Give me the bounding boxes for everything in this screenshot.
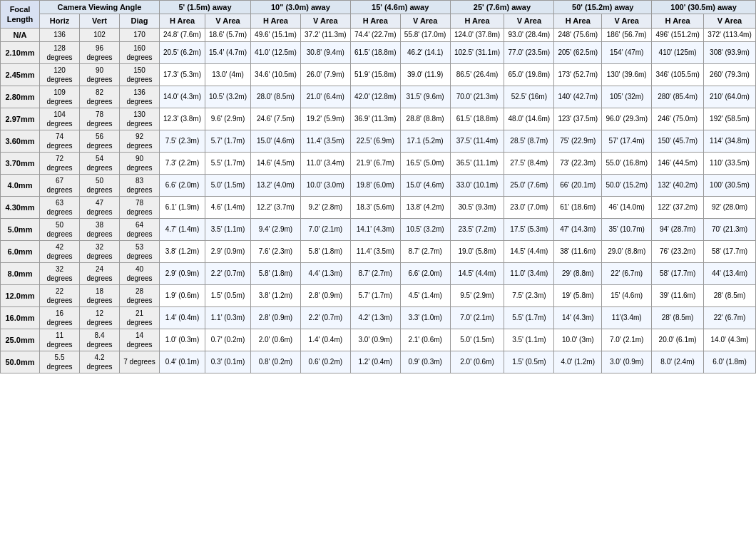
d100v-cell: 210' (64.0m): [704, 86, 756, 108]
d50h-cell: 248' (75.6m): [554, 28, 602, 41]
d25v-cell: 52.5' (16m): [504, 86, 554, 108]
focal-length-header: Focal Length: [1, 1, 40, 29]
d10v-cell: 7.0' (2.1m): [300, 218, 350, 240]
d15h-cell: 11.4' (3.5m): [350, 240, 400, 262]
d5h-cell: 0.4' (0.1m): [160, 351, 205, 373]
d15h-cell: 14.1' (4.3m): [350, 218, 400, 240]
horiz-cell: 32 degrees: [40, 262, 80, 284]
d10v-cell: 26.0' (7.9m): [300, 63, 350, 86]
d50h-cell: 38' (11.6m): [554, 240, 602, 262]
d5v-cell: 5.5' (1.7m): [205, 152, 250, 174]
d15h-cell: 61.5' (18.8m): [350, 41, 400, 63]
d15h-cell: 18.3' (5.6m): [350, 196, 400, 218]
d100h-cell: 94' (28.7m): [652, 218, 704, 240]
table-row: 6.0mm 42 degrees 32 degrees 53 degrees 3…: [1, 240, 756, 262]
d15h-cell: 21.9' (6.7m): [350, 152, 400, 174]
d15h-cell: 74.4' (22.7m): [350, 28, 400, 41]
d25h-cell: 33.0' (10.1m): [450, 174, 504, 196]
d15v-cell: 10.5' (3.2m): [400, 218, 450, 240]
horiz-cell: 120 degrees: [40, 63, 80, 86]
d10v-cell: 30.8' (9.4m): [300, 41, 350, 63]
d25v-cell: 7.5' (2.3m): [504, 284, 554, 306]
d100h-cell: 122' (37.2m): [652, 196, 704, 218]
d10v-cell: 11.4' (3.5m): [300, 130, 350, 152]
d25h-subheader: H Area: [450, 14, 504, 28]
d10v-cell: 37.2' (11.3m): [300, 28, 350, 41]
table-row: 50.0mm 5.5 degrees 4.2 degrees 7 degrees…: [1, 351, 756, 373]
vert-cell: 18 degrees: [80, 284, 120, 306]
d15v-cell: 17.1 (5.2m): [400, 130, 450, 152]
diag-cell: 40 degrees: [120, 262, 160, 284]
table-row: 2.80mm 109 degrees 82 degrees 136 degree…: [1, 86, 756, 108]
d100v-cell: 110' (33.5m): [704, 152, 756, 174]
vert-cell: 56 degrees: [80, 130, 120, 152]
d25h-cell: 86.5' (26.4m): [450, 63, 504, 86]
d50h-cell: 75' (22.9m): [554, 130, 602, 152]
d25v-cell: 48.0' (14.6m): [504, 108, 554, 130]
d25h-cell: 5.0' (1.5m): [450, 329, 504, 351]
d5h-cell: 24.8' (7.6m): [160, 28, 205, 41]
d50v-cell: 3.0' (0.9m): [602, 351, 652, 373]
d100h-cell: 146' (44.5m): [652, 152, 704, 174]
d50v-cell: 55.0' (16.8m): [602, 152, 652, 174]
d25v-cell: 27.5' (8.4m): [504, 152, 554, 174]
table-row: 4.30mm 63 degrees 47 degrees 78 degrees …: [1, 196, 756, 218]
d10h-cell: 2.0' (0.6m): [250, 329, 300, 351]
d25v-cell: 65.0' (19.8m): [504, 63, 554, 86]
d50h-cell: 19' (5.8m): [554, 284, 602, 306]
focal-cell: 5.0mm: [1, 218, 40, 240]
d10h-cell: 3.8' (1.2m): [250, 284, 300, 306]
d15v-cell: 2.1' (0.6m): [400, 329, 450, 351]
d25h-cell: 37.5' (11.4m): [450, 130, 504, 152]
focal-cell: 25.0mm: [1, 329, 40, 351]
d10h-cell: 2.8' (0.9m): [250, 306, 300, 329]
d10h-cell: 13.2' (4.0m): [250, 174, 300, 196]
vert-cell: 54 degrees: [80, 152, 120, 174]
d15v-cell: 31.5' (9.6m): [400, 86, 450, 108]
d15v-cell: 0.9' (0.3m): [400, 351, 450, 373]
d100h-subheader: H Area: [652, 14, 704, 28]
vert-cell: 96 degrees: [80, 41, 120, 63]
table-row: 5.0mm 50 degrees 38 degrees 64 degrees 4…: [1, 218, 756, 240]
d50h-cell: 123' (37.5m): [554, 108, 602, 130]
d25v-cell: 17.5' (5.3m): [504, 218, 554, 240]
diag-cell: 150 degrees: [120, 63, 160, 86]
d5v-subheader: V Area: [205, 14, 250, 28]
d100h-cell: 58' (17.7m): [652, 262, 704, 284]
d10h-cell: 7.6' (2.3m): [250, 240, 300, 262]
diag-cell: 83 degrees: [120, 174, 160, 196]
d100v-cell: 260' (79.3m): [704, 63, 756, 86]
d50h-cell: 61' (18.6m): [554, 196, 602, 218]
d50h-cell: 140' (42.7m): [554, 86, 602, 108]
vert-cell: 47 degrees: [80, 196, 120, 218]
d5h-cell: 7.3' (2.2m): [160, 152, 205, 174]
d50v-cell: 22' (6.7m): [602, 262, 652, 284]
table-row: 3.60mm 74 degrees 56 degrees 92 degrees …: [1, 130, 756, 152]
d50v-cell: 35' (10.7m): [602, 218, 652, 240]
diag-cell: 64 degrees: [120, 218, 160, 240]
d10h-cell: 9.4' (2.9m): [250, 218, 300, 240]
d10v-cell: 2.8' (0.9m): [300, 284, 350, 306]
d10h-cell: 49.6' (15.1m): [250, 28, 300, 41]
d50h-subheader: H Area: [554, 14, 602, 28]
vert-cell: 78 degrees: [80, 108, 120, 130]
horiz-subheader: Horiz: [40, 14, 80, 28]
d50h-cell: 205' (62.5m): [554, 41, 602, 63]
d25v-cell: 5.5' (1.7m): [504, 306, 554, 329]
d10v-cell: 1.4' (0.4m): [300, 329, 350, 351]
d25h-cell: 23.5' (7.2m): [450, 218, 504, 240]
d100h-cell: 76' (23.2m): [652, 240, 704, 262]
diag-cell: 90 degrees: [120, 152, 160, 174]
d5h-cell: 17.3' (5.3m): [160, 63, 205, 86]
d100v-cell: 44' (13.4m): [704, 262, 756, 284]
horiz-cell: 50 degrees: [40, 218, 80, 240]
focal-cell: 12.0mm: [1, 284, 40, 306]
d10h-cell: 0.8' (0.2m): [250, 351, 300, 373]
focal-cell: 4.30mm: [1, 196, 40, 218]
horiz-cell: 22 degrees: [40, 284, 80, 306]
d10v-cell: 21.0' (6.4m): [300, 86, 350, 108]
d100h-cell: 246' (75.0m): [652, 108, 704, 130]
d10h-subheader: H Area: [250, 14, 300, 28]
vert-cell: 12 degrees: [80, 306, 120, 329]
d100v-cell: 22' (6.7m): [704, 306, 756, 329]
